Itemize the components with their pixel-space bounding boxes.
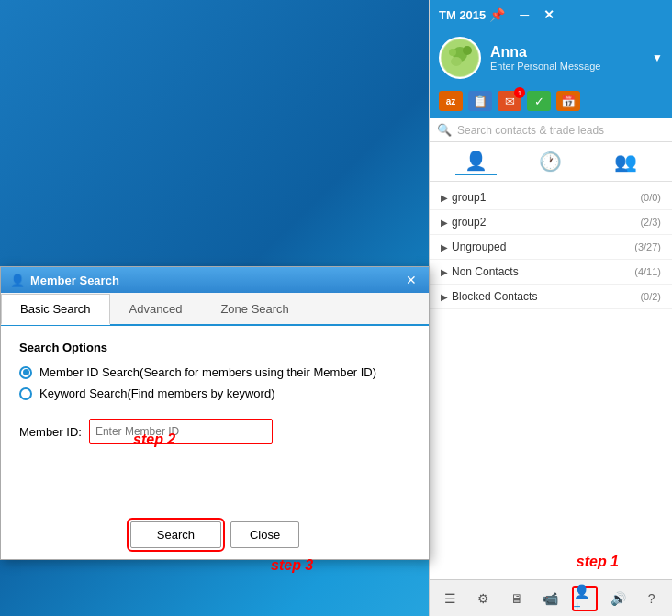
search-contacts-input[interactable]: Search contacts & trade leads [457, 124, 665, 137]
toolbar-icon-calendar[interactable]: 📅 [556, 91, 580, 111]
tab-recent-icon[interactable]: 🕐 [530, 149, 571, 174]
toolbar-icon-check[interactable]: ✓ [527, 91, 551, 111]
toolbar-icon-contacts[interactable]: 📋 [468, 91, 492, 111]
menu-icon[interactable]: ☰ [437, 586, 463, 611]
radio-member-id-label: Member ID Search(Search for members usin… [39, 365, 376, 379]
dialog-icon: 👤 [10, 274, 25, 287]
contacts-tabs: 👤 🕐 👥 [430, 142, 672, 182]
contact-group-blocked[interactable]: ▶ Blocked Contacts (0/2) [430, 285, 672, 309]
dialog-tabs: Basic Search Advanced Zone Search [1, 293, 429, 326]
dialog-footer: Search Close [1, 510, 429, 559]
group-count: (3/27) [634, 241, 661, 252]
group-arrow: ▶ [441, 242, 448, 252]
step1-label: step 1 [577, 554, 619, 570]
group-arrow: ▶ [441, 218, 448, 228]
settings-icon[interactable]: ⚙ [471, 586, 497, 611]
group-count: (2/3) [640, 217, 661, 228]
profile-dropdown-arrow[interactable]: ▼ [652, 51, 663, 64]
tm-titlebar: TM 2015 📌 ─ ✕ [430, 0, 672, 29]
profile-message[interactable]: Enter Personal Message [490, 61, 643, 72]
group-arrow: ▶ [441, 292, 448, 302]
video-icon[interactable]: 📹 [538, 586, 564, 611]
window-controls: 📌 ─ ✕ [486, 6, 558, 23]
group-arrow: ▶ [441, 267, 448, 277]
step2-label: step 2 [133, 431, 175, 448]
toolbar-icon-az[interactable]: az [439, 91, 463, 111]
group-name: Blocked Contacts [452, 290, 636, 303]
tm-bottom-bar: ☰ ⚙ 🖥 📹 👤+ 🔊 ? [430, 579, 672, 616]
dialog-close-button[interactable]: ✕ [403, 272, 420, 288]
member-id-input[interactable] [89, 419, 273, 444]
radio-keyword[interactable]: Keyword Search(Find members by keyword) [19, 386, 410, 400]
group-name: group2 [452, 216, 636, 229]
member-search-dialog: 👤 Member Search ✕ Basic Search Advanced … [0, 266, 430, 560]
profile-info: Anna Enter Personal Message [490, 44, 643, 72]
contact-group-group2[interactable]: ▶ group2 (2/3) [430, 210, 672, 235]
tm-panel: TM 2015 📌 ─ ✕ Anna Enter Personal Messag… [429, 0, 672, 616]
add-contact-icon[interactable]: 👤+ [572, 586, 598, 611]
tab-advanced[interactable]: Advanced [110, 294, 202, 325]
search-icon: 🔍 [437, 123, 452, 137]
search-options-title: Search Options [19, 341, 410, 354]
tm-search-bar[interactable]: 🔍 Search contacts & trade leads [430, 118, 672, 142]
avatar [439, 37, 481, 79]
close-dialog-button[interactable]: Close [230, 521, 299, 548]
dialog-title: Member Search [30, 274, 119, 287]
tab-groups-icon[interactable]: 👥 [605, 149, 646, 174]
group-arrow: ▶ [441, 193, 448, 203]
tab-basic-search[interactable]: Basic Search [1, 294, 110, 325]
radio-member-id[interactable]: Member ID Search(Search for members usin… [19, 365, 410, 379]
help-icon[interactable]: ? [639, 586, 665, 611]
contact-group-group1[interactable]: ▶ group1 (0/0) [430, 185, 672, 210]
member-id-row: Member ID: [19, 419, 410, 444]
screen-share-icon[interactable]: 🖥 [504, 586, 530, 611]
mail-badge: 1 [514, 87, 525, 98]
group-name: Ungrouped [452, 241, 631, 253]
svg-point-2 [449, 49, 456, 56]
toolbar-icon-mail[interactable]: ✉ 1 [498, 91, 521, 111]
dialog-body: Search Options Member ID Search(Search f… [1, 326, 429, 510]
dialog-titlebar: 👤 Member Search ✕ [1, 267, 429, 293]
profile-area: Anna Enter Personal Message ▼ [430, 29, 672, 86]
group-count: (0/0) [640, 192, 661, 203]
contact-group-ungrouped[interactable]: ▶ Ungrouped (3/27) [430, 235, 672, 260]
radio-keyword-label: Keyword Search(Find members by keyword) [39, 386, 274, 400]
pin-icon[interactable]: 📌 [486, 6, 509, 23]
radio-keyword-button[interactable] [19, 387, 32, 400]
tab-contacts-icon[interactable]: 👤 [455, 148, 497, 175]
svg-point-3 [463, 46, 472, 55]
member-id-label: Member ID: [19, 425, 82, 439]
group-name: Non Contacts [452, 265, 631, 278]
search-button[interactable]: Search [130, 521, 221, 548]
step3-label: step 3 [271, 557, 313, 574]
profile-name: Anna [490, 44, 643, 61]
contacts-list: ▶ group1 (0/0) ▶ group2 (2/3) ▶ Ungroupe… [430, 182, 672, 579]
tab-zone-search[interactable]: Zone Search [201, 294, 308, 325]
svg-point-4 [451, 57, 462, 66]
contact-group-non-contacts[interactable]: ▶ Non Contacts (4/11) [430, 260, 672, 285]
group-count: (4/11) [634, 266, 661, 277]
group-count: (0/2) [640, 291, 661, 302]
tm-toolbar: az 📋 ✉ 1 ✓ 📅 [430, 86, 672, 118]
speaker-icon[interactable]: 🔊 [605, 586, 631, 611]
close-button[interactable]: ✕ [540, 6, 558, 23]
tm-title: TM 2015 [439, 8, 486, 22]
group-name: group1 [452, 191, 636, 204]
radio-member-id-button[interactable] [19, 366, 32, 379]
minimize-button[interactable]: ─ [516, 6, 532, 23]
